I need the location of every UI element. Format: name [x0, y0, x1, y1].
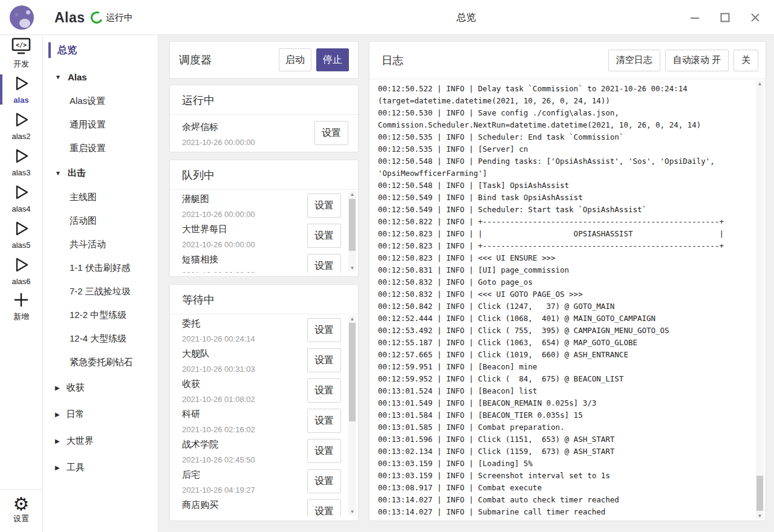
task-setting-button[interactable]: 设置 [307, 469, 341, 493]
rail-item-add[interactable]: 新增 [0, 289, 42, 325]
menu-section-tools[interactable]: ▶ 工具 [43, 454, 158, 481]
menu-item-alas-settings[interactable]: Alas设置 [43, 89, 158, 113]
task-setting-button[interactable]: 设置 [307, 439, 341, 463]
waiting-card: 等待中 委托 2021-10-26 00:24:14 设置 大舰队 2021-1… [169, 284, 359, 521]
menu-item-general-settings[interactable]: 通用设置 [43, 113, 158, 137]
rail-item-label: alas [13, 96, 28, 105]
menu-item-12-4[interactable]: 12-4 大型练级 [43, 327, 158, 351]
scroll-up-icon[interactable]: ▲ [756, 80, 764, 87]
log-line: 00:13:01.524 | INFO | [Beacon] list [378, 385, 747, 397]
rail-item-alas2[interactable]: alas2 [0, 108, 42, 144]
rail-item-alas5[interactable]: alas5 [0, 216, 42, 253]
log-body: 00:12:50.522 | INFO | Delay task `Commis… [369, 79, 766, 521]
task-setting-button[interactable]: 设置 [314, 121, 348, 145]
log-line: 00:12:57.665 | INFO | Click (1019, 660) … [378, 349, 747, 361]
menu-section-reward[interactable]: ▶ 收获 [43, 374, 158, 401]
scroll-down-icon[interactable]: ▼ [756, 513, 764, 519]
menu-item-overview[interactable]: 总览 [43, 40, 158, 60]
task-row: 余烬信标 2021-10-26 00:00:00 设置 [170, 115, 358, 151]
menu-item-main-map[interactable]: 主线图 [43, 186, 158, 209]
log-line: 00:12:50.842 | INFO | Click (1247, 37) @… [378, 300, 747, 313]
rail-item-label: alas5 [11, 241, 30, 250]
log-line: 00:12:50.831 | INFO | [UI] page_commissi… [378, 264, 747, 276]
chevron-right-icon: ▶ [55, 384, 60, 391]
scroll-down-icon[interactable]: ▼ [348, 265, 356, 271]
task-setting-button[interactable]: 设置 [307, 499, 341, 516]
rail-item-label: 新增 [13, 311, 29, 322]
log-line: 00:12:50.535 | INFO | Scheduler: End tas… [378, 131, 747, 143]
log-line: 00:12:50.823 | INFO | +-----------------… [378, 240, 747, 252]
play-icon [12, 111, 30, 131]
rail-item-label: alas4 [11, 204, 30, 213]
menu-item-12-2[interactable]: 12-2 中型练级 [43, 303, 158, 327]
stop-button[interactable]: 停止 [316, 48, 349, 71]
menu-section-label: 大世界 [67, 435, 94, 447]
maximize-button[interactable] [720, 12, 730, 23]
play-icon [12, 148, 30, 167]
menu-item-1-1[interactable]: 1-1 伏击刷好感 [43, 256, 158, 280]
scroll-up-icon[interactable]: ▲ [348, 191, 356, 198]
menu-section-attack[interactable]: ▼ 出击 [43, 160, 158, 186]
chevron-right-icon: ▶ [55, 411, 60, 418]
autoscroll-toggle-button[interactable]: 自动滚动 开 [665, 50, 729, 71]
scroll-down-icon[interactable]: ▼ [348, 508, 356, 515]
run-status-label: 运行中 [106, 12, 133, 24]
menu-item-coalition[interactable]: 共斗活动 [43, 233, 158, 256]
scroll-thumb[interactable] [349, 199, 356, 251]
menu-section-alas[interactable]: ▼ Alas [43, 64, 158, 89]
log-line: 00:13:14.027 | INFO | Submarine call tim… [378, 506, 747, 518]
menu-item-restart-settings[interactable]: 重启设置 [43, 137, 158, 160]
log-line: 00:12:55.187 | INFO | Click (1063, 654) … [378, 337, 747, 349]
log-off-button[interactable]: 关 [733, 50, 758, 71]
rail-item-alas4[interactable]: alas4 [0, 180, 42, 216]
spinner-icon [89, 10, 105, 25]
log-line: 00:12:53.492 | INFO | Click ( 755, 395) … [378, 325, 747, 337]
task-row: 后宅 2021-10-26 04:19:27 设置 [170, 465, 358, 496]
scroll-thumb[interactable] [756, 476, 763, 511]
task-setting-button[interactable]: 设置 [307, 254, 341, 273]
rail-item-dev[interactable]: </> 开发 [0, 35, 42, 71]
scheduler-card: 调度器 启动 停止 [169, 41, 359, 79]
run-status: 运行中 [91, 0, 133, 35]
start-button[interactable]: 启动 [279, 48, 311, 71]
task-setting-button[interactable]: 设置 [307, 193, 341, 218]
task-setting-button[interactable]: 设置 [307, 318, 341, 342]
rail-item-label: 设置 [13, 513, 29, 524]
task-row: 潜艇图 2021-10-26 00:00:00 设置 [170, 190, 358, 220]
menu-section-daily[interactable]: ▶ 日常 [43, 401, 158, 427]
task-row: 战术学院 2021-10-26 02:45:50 设置 [170, 435, 358, 465]
task-row: 收获 2021-10-26 01:08:02 设置 [170, 375, 358, 405]
menu-section-opsi[interactable]: ▶ 大世界 [43, 427, 158, 454]
log-line: 00:13:08.917 | INFO | Combat execute [378, 482, 747, 494]
log-scrollbar[interactable]: ▲ ▼ [756, 80, 764, 519]
rail-item-alas6[interactable]: alas6 [0, 253, 42, 289]
task-row: 大舰队 2021-10-26 00:31:03 设置 [170, 345, 358, 375]
waiting-scrollbar[interactable]: ▲ ▼ [348, 316, 356, 515]
minimize-button[interactable] [689, 12, 700, 23]
chevron-down-icon: ▼ [55, 74, 61, 80]
task-setting-button[interactable]: 设置 [307, 409, 341, 433]
rail-item-alas[interactable]: alas [0, 71, 42, 108]
menu-item-event-map[interactable]: 活动图 [43, 209, 158, 233]
menu-item-urgent-commission[interactable]: 紧急委托刷钻石 [43, 351, 158, 374]
queued-card: 队列中 潜艇图 2021-10-26 00:00:00 设置 大世界每日 202… [169, 160, 359, 277]
scroll-thumb[interactable] [349, 323, 356, 421]
close-button[interactable] [750, 12, 761, 23]
log-line: 00:13:01.549 | INFO | [BEACON_REMAIN 0.0… [378, 397, 747, 409]
task-setting-button[interactable]: 设置 [307, 378, 341, 403]
menu-item-7-2[interactable]: 7-2 三战捡垃圾 [43, 280, 158, 303]
rail-item-alas3[interactable]: alas3 [0, 144, 42, 180]
rail-item-label: alas2 [11, 132, 30, 141]
play-icon [12, 220, 30, 239]
rail-item-settings[interactable]: ⚙ 设置 [0, 489, 42, 530]
log-card: 日志 清空日志 自动滚动 开 关 00:12:50.522 | INFO | D… [369, 41, 766, 521]
task-setting-button[interactable]: 设置 [307, 348, 341, 372]
clear-log-button[interactable]: 清空日志 [608, 50, 660, 71]
log-line: Commission.Scheduler.NextRun=datetime.da… [378, 119, 747, 131]
log-line: 00:13:01.584 | INFO | [BEACON_TIER 0.035… [378, 409, 747, 421]
chevron-down-icon: ▼ [55, 170, 61, 177]
chevron-right-icon: ▶ [55, 438, 60, 444]
task-setting-button[interactable]: 设置 [307, 224, 341, 248]
queued-scrollbar[interactable]: ▲ ▼ [348, 191, 356, 271]
scroll-up-icon[interactable]: ▲ [348, 316, 356, 322]
